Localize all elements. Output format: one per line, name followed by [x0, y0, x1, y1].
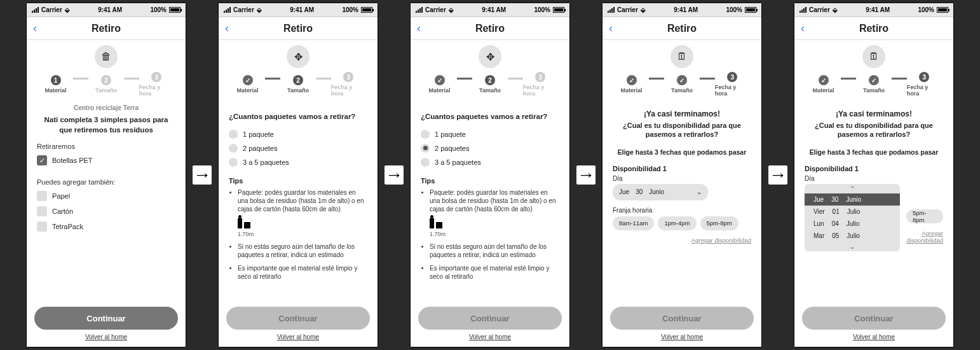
checkbox-botellas[interactable]: ✓Botellas PET	[37, 155, 175, 165]
step-2-dot: 2	[101, 75, 111, 85]
continue-button-disabled: Continuar	[802, 307, 946, 330]
step-2-label: Tamaño	[95, 87, 117, 94]
continue-button-disabled: Continuar	[610, 307, 754, 330]
screen-1-material: Carrier⬙ 9:41 AM 100% ‹ Retiro 🗑 1Materi…	[26, 3, 186, 347]
date-option-vier-01[interactable]: Vier01Julio	[805, 206, 900, 218]
step-1-dot: 1	[51, 75, 61, 85]
slot-1-4[interactable]: 1pm-4pm	[658, 216, 696, 230]
day-label: Día	[613, 175, 751, 182]
chevron-down-icon[interactable]: ⌄	[805, 242, 900, 251]
intro-text: Nati completa 3 simples pasos para que r…	[37, 115, 175, 135]
add-label: Puedes agregar también:	[37, 178, 175, 186]
calendar-icon: 🗓	[670, 45, 693, 68]
checkbox-papel[interactable]: Papel	[37, 191, 175, 201]
tips-heading: Tips	[229, 177, 367, 185]
home-link[interactable]: Volver al home	[226, 333, 370, 340]
continue-button-disabled: Continuar	[418, 307, 562, 330]
radio-2paquetes[interactable]: 2 paquetes	[229, 144, 367, 153]
home-link[interactable]: Volver al home	[418, 333, 562, 340]
back-button[interactable]: ‹	[609, 22, 613, 35]
move-icon: ✥	[479, 45, 501, 68]
group-label: Disponibilidad 1	[613, 165, 751, 172]
pick-note: Elige hasta 3 fechas que podamos pasar	[613, 148, 751, 156]
almost-done: ¡Ya casi terminamos!	[613, 109, 751, 118]
battery-pct: 100%	[150, 6, 167, 13]
check-icon: ✓	[37, 155, 47, 165]
back-button[interactable]: ‹	[801, 22, 805, 35]
slot-5-8[interactable]: 5pm-8pm	[700, 216, 738, 230]
retire-label: Retiraremos	[37, 143, 175, 150]
status-bar: Carrier⬙ 9:41 AM 100%	[27, 3, 186, 17]
flow-arrow: →	[193, 165, 212, 185]
date-option-jue-30[interactable]: Jue30Junio	[805, 193, 900, 206]
screen-3-tamano-selected: Carrier⬙ 9:41 AM 100% ‹Retiro ✥ ✓Materia…	[410, 3, 570, 347]
day-dropdown-open[interactable]: ⌃ Jue30Junio Vier01Julio Lun04Julio Mar0…	[805, 184, 900, 251]
date-option-mar-05[interactable]: Mar05Julio	[805, 230, 900, 242]
tips-list: Paquete: podés guardar los materiales en…	[229, 188, 367, 213]
wifi-icon: ⬙	[65, 6, 70, 13]
battery-icon	[169, 7, 180, 13]
signal-icon	[32, 7, 39, 13]
page-title: Retiro	[92, 23, 121, 34]
calendar-icon: 🗓	[862, 45, 885, 68]
back-button[interactable]: ‹	[417, 22, 421, 35]
slot-5-8[interactable]: 5pm-8pm	[906, 209, 943, 223]
back-button[interactable]: ‹	[225, 22, 229, 35]
center-name: Centro reciclaje Terra	[37, 104, 175, 111]
time-slots: 8am-11am 1pm-4pm 5pm-8pm	[613, 216, 751, 230]
step-3-label: Fecha y hora	[139, 84, 174, 97]
add-availability-link[interactable]: Agregar disponibilidad	[613, 237, 751, 244]
screen-2-tamano-empty: Carrier⬙ 9:41 AM 100% ‹Retiro ✥ ✓Materia…	[218, 3, 378, 347]
back-button[interactable]: ‹	[33, 22, 37, 35]
question: ¿Cuantos paquetes vamos a retirar?	[229, 112, 367, 122]
radio-1paquete[interactable]: 1 paquete	[421, 130, 559, 139]
continue-button-disabled: Continuar	[226, 307, 370, 330]
continue-button[interactable]: Continuar	[34, 307, 178, 330]
slot-8-11[interactable]: 8am-11am	[613, 216, 654, 230]
stepper: 1Material 2Tamaño 3Fecha y hora	[27, 72, 186, 97]
carrier-label: Carrier	[41, 6, 62, 13]
status-bar: Carrier⬙ 9:41 AM 100%	[219, 3, 378, 17]
availability-question: ¿Cual es tu disponibilidad para que pase…	[613, 121, 751, 139]
date-option-lun-04[interactable]: Lun04Julio	[805, 218, 900, 230]
checkbox-tetrapack[interactable]: TetraPack	[37, 221, 175, 232]
radio-3a5paquetes[interactable]: 3 a 5 paquetes	[421, 158, 559, 167]
step-3-dot: 3	[151, 72, 161, 82]
move-icon: ✥	[287, 45, 310, 68]
clock: 9:41 AM	[98, 6, 122, 13]
chevron-up-icon[interactable]: ⌃	[805, 184, 900, 193]
day-dropdown[interactable]: Jue30Junio ⌄	[613, 184, 708, 200]
trash-icon: 🗑	[95, 45, 118, 68]
home-link[interactable]: Volver al home	[802, 333, 946, 340]
nav-bar: ‹ Retiro	[27, 17, 186, 40]
screen-4-fecha: Carrier⬙ 9:41 AM 100% ‹Retiro 🗓 ✓Materia…	[602, 3, 762, 347]
home-link[interactable]: Volver al home	[34, 333, 178, 340]
scale-diagram	[238, 218, 367, 228]
slot-label: Franja horaria	[613, 207, 751, 214]
radio-3a5paquetes[interactable]: 3 a 5 paquetes	[229, 158, 367, 167]
screen-5-fecha-open: Carrier⬙ 9:41 AM 100% ‹Retiro 🗓 ✓Materia…	[794, 3, 954, 347]
chevron-down-icon: ⌄	[697, 188, 702, 195]
radio-1paquete[interactable]: 1 paquete	[229, 130, 367, 139]
home-link[interactable]: Volver al home	[610, 333, 754, 340]
checkbox-carton[interactable]: Cartón	[37, 206, 175, 216]
add-availability-link[interactable]: Agregar disponibilidad	[906, 230, 943, 244]
step-1-label: Material	[45, 87, 67, 94]
radio-2paquetes-selected[interactable]: 2 paquetes	[421, 144, 559, 153]
